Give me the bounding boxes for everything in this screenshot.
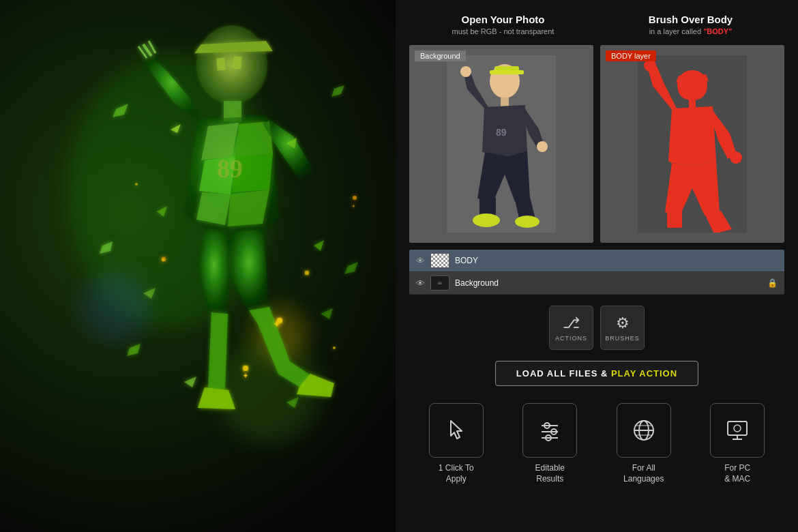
svg-marker-32: [113, 104, 128, 117]
layer-eye-body[interactable]: 👁: [416, 256, 425, 266]
monitor-icon: [724, 417, 751, 444]
pcmac-label: For PC& MAC: [724, 463, 750, 484]
svg-marker-19: [208, 312, 228, 392]
tools-row: ⎇ ACTIONS ⚙ BRUSHES: [549, 306, 645, 350]
feature-editable: EditableResults: [522, 403, 577, 484]
languages-label: For AllLanguages: [623, 463, 664, 484]
actions-button[interactable]: ⎇ ACTIONS: [549, 306, 593, 350]
svg-marker-29: [321, 308, 333, 319]
body-silhouette-svg: [638, 55, 747, 233]
svg-marker-24: [171, 124, 181, 133]
hero-figure-svg: 89: [48, 7, 402, 525]
layer-thumb-background: 🏔: [430, 276, 449, 291]
svg-rect-52: [501, 98, 509, 107]
screenshot-background: Background 89: [409, 45, 593, 243]
brushes-icon: ⚙: [616, 314, 630, 332]
svg-point-57: [473, 213, 500, 227]
one-click-icon-box: [429, 403, 484, 458]
languages-icon-box: [617, 403, 671, 458]
layer-row-body[interactable]: 👁 BODY: [409, 250, 784, 272]
brushes-button[interactable]: ⚙ BRUSHES: [600, 306, 645, 350]
svg-text:89: 89: [217, 154, 243, 183]
svg-marker-12: [143, 56, 201, 121]
svg-text:✦: ✦: [160, 256, 166, 264]
svg-text:✦: ✦: [242, 371, 249, 381]
feature-languages: For AllLanguages: [617, 403, 671, 484]
layer-name-background: Background: [455, 278, 762, 288]
editable-icon-box: [522, 403, 577, 458]
svg-point-41: [333, 346, 336, 349]
svg-point-58: [515, 216, 540, 228]
load-action-button[interactable]: LOAD ALL FILES & PLAY ACTION: [495, 361, 698, 386]
pcmac-icon-box: [710, 403, 765, 458]
actions-label: ACTIONS: [555, 335, 587, 342]
svg-point-0: [196, 25, 267, 104]
photo-content: 89: [409, 45, 593, 243]
cursor-icon: [443, 417, 470, 444]
svg-marker-21: [228, 229, 269, 312]
svg-marker-31: [286, 397, 299, 408]
body-layer-label: BODY layer: [606, 50, 656, 61]
step-2-subtitle-keyword: "BODY": [703, 27, 732, 35]
editable-label: EditableResults: [535, 463, 565, 484]
svg-marker-28: [143, 288, 156, 299]
svg-rect-3: [233, 57, 242, 70]
svg-text:✦: ✦: [273, 319, 281, 329]
silhouette-content: [600, 45, 784, 243]
step-2-subtitle-prefix: in a layer called: [649, 27, 704, 35]
person-photo-svg: 89: [447, 55, 556, 233]
svg-point-55: [537, 141, 548, 152]
sliders-icon: [536, 417, 563, 444]
brushes-label: BRUSHES: [605, 335, 640, 342]
steps-header: Open Your Photo must be RGB - not transp…: [409, 14, 784, 35]
layer-thumb-body: [430, 253, 449, 268]
load-button-highlight: PLAY ACTION: [611, 368, 677, 379]
svg-point-38: [305, 271, 309, 275]
svg-text:✦: ✦: [351, 203, 356, 209]
layer-name-body: BODY: [455, 256, 778, 265]
feature-one-click: 1 Click ToApply: [429, 403, 484, 484]
svg-point-54: [460, 66, 471, 77]
step-2-subtitle: in a layer called "BODY": [597, 27, 784, 35]
feature-pcmac: For PC& MAC: [710, 403, 765, 484]
layer-row-background[interactable]: 👁 🏔 Background 🔒: [409, 272, 784, 295]
svg-point-78: [734, 425, 741, 432]
svg-marker-36: [127, 344, 141, 356]
layer-lock-icon: 🔒: [767, 278, 778, 288]
svg-point-43: [353, 196, 357, 200]
svg-marker-20: [198, 387, 235, 409]
screenshot-body-layer: BODY layer: [600, 45, 784, 243]
svg-point-40: [243, 366, 248, 371]
step-2: Brush Over Body in a layer called "BODY": [597, 14, 784, 35]
step-1-title: Open Your Photo: [409, 14, 597, 25]
globe-icon: [630, 417, 657, 444]
svg-marker-33: [331, 85, 344, 97]
svg-marker-34: [100, 241, 113, 254]
svg-rect-63: [667, 211, 682, 228]
load-button-prefix: LOAD ALL FILES &: [516, 368, 611, 379]
figure-container: 89: [14, 0, 409, 532]
step-1: Open Your Photo must be RGB - not transp…: [409, 14, 597, 35]
background-label: Background: [415, 50, 466, 61]
svg-text:89: 89: [496, 127, 507, 138]
svg-marker-10: [196, 192, 231, 225]
right-panel: Open Your Photo must be RGB - not transp…: [396, 0, 798, 532]
features-row: 1 Click ToApply EditableResults: [409, 403, 784, 484]
svg-point-42: [135, 183, 138, 186]
svg-marker-27: [314, 240, 324, 251]
svg-point-62: [730, 151, 742, 164]
layers-panel: 👁 BODY 👁 🏔 Background 🔒: [409, 250, 784, 295]
svg-rect-75: [728, 422, 747, 435]
one-click-label: 1 Click ToApply: [439, 463, 474, 484]
svg-marker-26: [157, 206, 167, 217]
step-2-title: Brush Over Body: [597, 14, 784, 25]
svg-marker-35: [344, 262, 358, 274]
actions-icon: ⎇: [563, 314, 580, 332]
svg-marker-30: [184, 376, 196, 387]
svg-marker-18: [198, 231, 231, 317]
svg-rect-2: [216, 58, 226, 71]
hero-background: 89: [0, 0, 423, 532]
layer-eye-background[interactable]: 👁: [416, 278, 425, 289]
svg-rect-51: [490, 70, 524, 74]
step-1-subtitle: must be RGB - not transparent: [409, 27, 597, 35]
